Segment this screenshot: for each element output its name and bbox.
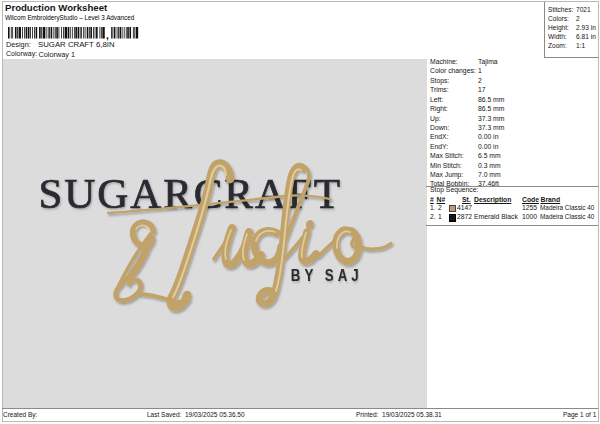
svg-text:BY SAJ: BY SAJ xyxy=(291,266,363,285)
